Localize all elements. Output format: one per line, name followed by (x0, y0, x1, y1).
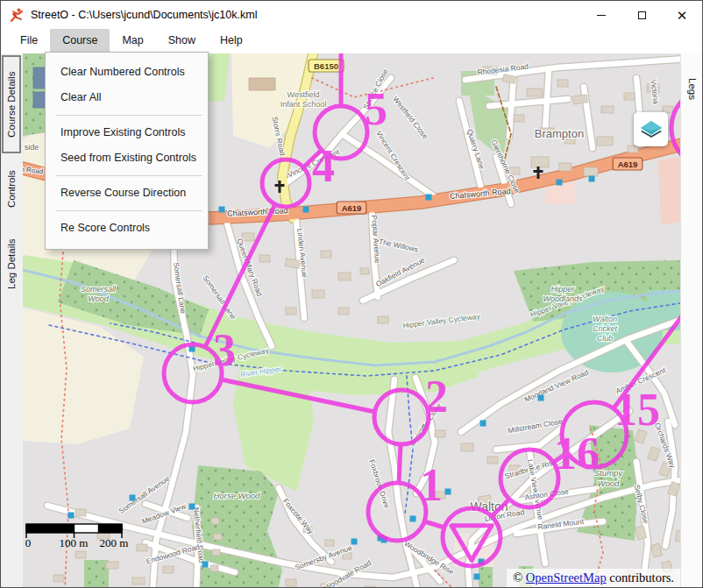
right-tab-strip: Legs (680, 53, 702, 587)
tab-course-details[interactable]: Course Details (2, 55, 21, 153)
candidate-control-marker[interactable] (589, 176, 595, 182)
tab-legs[interactable]: Legs (683, 66, 702, 111)
close-button[interactable]: ✕ (662, 2, 702, 29)
attribution-suffix: contributors. (607, 570, 674, 584)
tab-controls[interactable]: Controls (2, 159, 21, 220)
map-feature: Hipper (551, 285, 576, 294)
map-feature (601, 106, 614, 113)
road-shield-text: A619 (342, 203, 362, 213)
candidate-control-marker[interactable] (538, 395, 544, 401)
candidate-control-marker[interactable] (68, 513, 75, 519)
place-label: Horse Wood (214, 491, 261, 500)
menu-item-clear-all[interactable]: Clear All (46, 85, 208, 110)
map-feature: Wood (88, 294, 110, 303)
map-feature (211, 518, 219, 524)
map-feature (75, 551, 86, 558)
map-feature (628, 145, 638, 152)
map-feature (214, 534, 222, 540)
menu-item-improve-existing-controls[interactable]: Improve Existing Controls (46, 120, 208, 145)
map-feature: Cricket (593, 324, 618, 333)
map-layers-button[interactable] (634, 112, 668, 146)
map-feature: Horse Wood (214, 491, 261, 500)
place-label: Brampton (535, 127, 584, 140)
candidate-control-marker[interactable] (352, 539, 358, 545)
map-feature (286, 308, 296, 315)
map-feature (559, 163, 572, 171)
map-feature: Somersall (81, 285, 117, 294)
menu-item-seed-from-existing-controls[interactable]: Seed from Existing Controls (46, 145, 208, 171)
road-shield-text: B6150 (314, 61, 338, 71)
menubar-item-file[interactable]: File (8, 29, 50, 53)
map-feature (338, 308, 349, 315)
street-label: side (25, 143, 39, 152)
map-feature (312, 290, 324, 298)
attribution-copyright: © (513, 570, 526, 584)
scale-200m: 200 m (100, 536, 129, 549)
road-shield-text: A619 (618, 159, 638, 169)
candidate-control-marker[interactable] (557, 180, 563, 186)
menu-bar: FileCourseMapShowHelp (1, 29, 702, 53)
candidate-control-marker[interactable] (219, 207, 225, 213)
map-feature (557, 80, 568, 87)
map-feature (531, 157, 549, 167)
candidate-control-marker[interactable] (189, 504, 195, 510)
maximize-button[interactable] (621, 2, 662, 29)
candidate-control-marker[interactable] (202, 562, 209, 568)
candidate-control-marker[interactable] (445, 489, 451, 495)
menubar-item-show[interactable]: Show (156, 29, 208, 53)
map-feature (461, 443, 473, 451)
map-feature (435, 430, 445, 437)
openstreetmap-link[interactable]: OpenStreetMap (526, 570, 607, 584)
scale-100m: 100 m (60, 536, 89, 549)
map-feature (378, 316, 388, 323)
candidate-control-marker[interactable] (480, 421, 486, 427)
candidate-control-marker[interactable] (426, 195, 432, 201)
menu-separator (55, 175, 202, 176)
map-feature (584, 167, 598, 176)
left-tab-strip: Course DetailsControlsLeg Details (1, 53, 23, 587)
candidate-control-marker[interactable] (410, 516, 416, 522)
map-attribution: © OpenStreetMap contributors. (507, 569, 682, 588)
control-number-3: 3 (213, 325, 236, 375)
tab-leg-details[interactable]: Leg Details (2, 224, 21, 303)
course-leg-line (399, 444, 401, 483)
map-feature: Walton (593, 315, 617, 323)
title-bar: StreetO - C:\Users\jcund\Documents\jc10k… (1, 1, 702, 29)
map-feature (325, 540, 334, 546)
map-feature (84, 560, 109, 588)
menubar-item-course[interactable]: Course (50, 29, 110, 53)
control-number-4: 4 (312, 141, 335, 191)
map-feature (286, 579, 296, 586)
map-feature: Woodlands (543, 294, 583, 303)
candidate-control-marker[interactable] (130, 495, 136, 501)
control-number-2: 2 (425, 372, 448, 422)
menubar-item-help[interactable]: Help (208, 29, 255, 53)
map-feature (572, 95, 587, 104)
map-feature (212, 549, 220, 556)
map-feature (75, 509, 86, 516)
menu-item-re-score-controls[interactable]: Re Score Controls (46, 216, 208, 241)
map-feature: Westfield (288, 90, 320, 99)
map-feature (338, 273, 351, 280)
map-feature (597, 137, 613, 145)
control-number-15: 15 (614, 385, 660, 435)
map-feature (249, 78, 275, 90)
candidate-control-marker[interactable] (303, 207, 309, 213)
scale-zero: 0 (25, 536, 32, 549)
map-feature (210, 565, 218, 571)
menubar-item-map[interactable]: Map (110, 29, 155, 53)
map-feature (106, 562, 118, 569)
map-feature (514, 115, 524, 122)
minimize-button[interactable] (581, 2, 621, 29)
candidate-control-marker[interactable] (474, 574, 480, 580)
menu-separator (55, 210, 202, 211)
map-feature (26, 524, 75, 533)
course-menu: Clear Numbered ControlsClear AllImprove … (45, 52, 209, 250)
map-feature (137, 544, 147, 551)
control-number-5: 5 (365, 84, 387, 134)
place-label: WestfieldInfant School (280, 90, 327, 109)
app-window: StreetO - C:\Users\jcund\Documents\jc10k… (0, 0, 703, 588)
map-feature (321, 251, 331, 258)
menu-item-reverse-course-direction[interactable]: Reverse Course Direction (46, 181, 208, 206)
menu-item-clear-numbered-controls[interactable]: Clear Numbered Controls (46, 60, 208, 85)
